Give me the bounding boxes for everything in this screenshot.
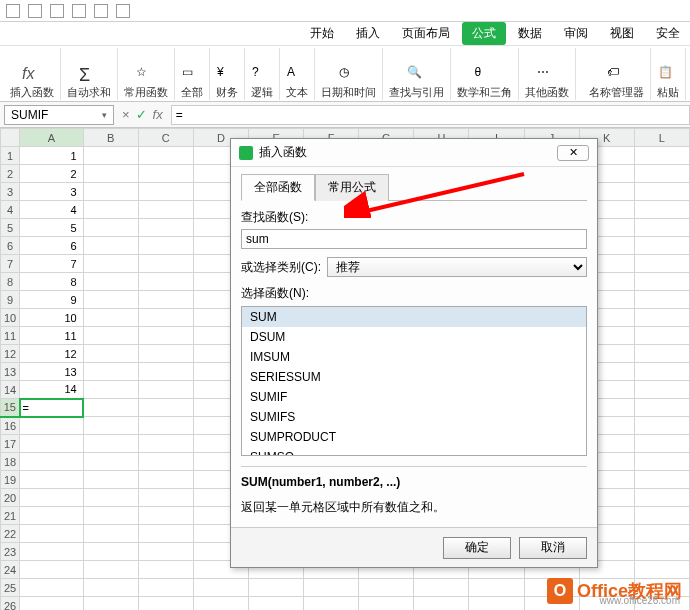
cell[interactable] [634,291,689,309]
ribbon-text[interactable]: A文本 [280,48,315,100]
cell[interactable] [83,561,138,579]
column-header[interactable]: A [20,129,84,147]
cell[interactable] [469,597,524,611]
menu-review[interactable]: 审阅 [554,22,598,45]
cell[interactable] [83,255,138,273]
row-header[interactable]: 22 [1,525,20,543]
ribbon-other[interactable]: ⋯其他函数 [519,48,576,100]
accept-icon[interactable]: ✓ [136,107,147,122]
row-header[interactable]: 25 [1,579,20,597]
qat-icon[interactable] [116,4,130,18]
ribbon-all[interactable]: ▭全部 [175,48,210,100]
cell[interactable] [634,507,689,525]
function-list-item[interactable]: SERIESSUM [242,367,586,387]
menu-insert[interactable]: 插入 [346,22,390,45]
row-header[interactable]: 13 [1,363,20,381]
row-header[interactable]: 10 [1,309,20,327]
cell[interactable] [83,327,138,345]
name-box[interactable]: SUMIF ▾ [4,105,114,125]
ribbon-lookup[interactable]: 🔍查找与引用 [383,48,451,100]
cell[interactable] [138,237,193,255]
cell[interactable] [138,471,193,489]
cell[interactable] [138,219,193,237]
cell[interactable] [83,165,138,183]
cell[interactable]: 11 [20,327,84,345]
row-header[interactable]: 7 [1,255,20,273]
cell[interactable] [634,489,689,507]
cell[interactable] [138,291,193,309]
ribbon-name-manager[interactable]: 🏷名称管理器 [583,48,651,100]
cell[interactable] [20,489,84,507]
cell[interactable] [83,219,138,237]
function-listbox[interactable]: SUMDSUMIMSUMSERIESSUMSUMIFSUMIFSSUMPRODU… [241,306,587,456]
cell[interactable] [634,381,689,399]
qat-icon[interactable] [72,4,86,18]
ribbon-datetime[interactable]: ◷日期和时间 [315,48,383,100]
cell[interactable] [138,381,193,399]
qat-icon[interactable] [50,4,64,18]
qat-icon[interactable] [94,4,108,18]
cell[interactable] [138,363,193,381]
row-header[interactable]: 23 [1,543,20,561]
cell[interactable] [414,597,469,611]
row-header[interactable]: 6 [1,237,20,255]
cell[interactable] [138,345,193,363]
cell[interactable] [138,525,193,543]
tab-all-functions[interactable]: 全部函数 [241,174,315,201]
cell[interactable] [634,309,689,327]
cell[interactable] [138,399,193,417]
cell[interactable]: 5 [20,219,84,237]
cell[interactable] [138,147,193,165]
category-select[interactable]: 推荐 [327,257,587,277]
cell[interactable] [20,597,84,611]
cell[interactable]: 8 [20,273,84,291]
cell[interactable] [359,597,414,611]
cell[interactable] [634,147,689,165]
row-header[interactable]: 15 [1,399,20,417]
menu-data[interactable]: 数据 [508,22,552,45]
cell[interactable] [634,453,689,471]
cell[interactable] [83,273,138,291]
cell[interactable] [138,327,193,345]
row-header[interactable]: 14 [1,381,20,399]
cell[interactable] [20,507,84,525]
select-all-corner[interactable] [1,129,20,147]
qat-icon[interactable] [6,4,20,18]
row-header[interactable]: 17 [1,435,20,453]
cell[interactable]: 4 [20,201,84,219]
cell[interactable] [83,201,138,219]
cell[interactable] [634,417,689,435]
row-header[interactable]: 16 [1,417,20,435]
cell[interactable] [20,453,84,471]
cell[interactable] [138,183,193,201]
cell[interactable] [634,363,689,381]
cell[interactable] [138,561,193,579]
search-input[interactable] [241,229,587,249]
function-list-item[interactable]: IMSUM [242,347,586,367]
cell[interactable]: 13 [20,363,84,381]
cell[interactable] [138,201,193,219]
cell[interactable] [20,471,84,489]
cell[interactable] [138,273,193,291]
ribbon-recent-fn[interactable]: ☆常用函数 [118,48,175,100]
row-header[interactable]: 26 [1,597,20,611]
menu-pagelayout[interactable]: 页面布局 [392,22,460,45]
row-header[interactable]: 12 [1,345,20,363]
cell[interactable] [20,561,84,579]
cell[interactable]: 9 [20,291,84,309]
cancel-button[interactable]: 取消 [519,537,587,559]
cell[interactable] [83,417,138,435]
cell[interactable] [20,579,84,597]
cell[interactable] [634,543,689,561]
ribbon-paste[interactable]: 📋粘贴 [651,48,686,100]
cell[interactable] [83,507,138,525]
cell[interactable] [138,597,193,611]
column-header[interactable]: L [634,129,689,147]
tab-common-formulas[interactable]: 常用公式 [315,174,389,201]
cell[interactable] [83,579,138,597]
cell[interactable] [83,525,138,543]
column-header[interactable]: B [83,129,138,147]
cell[interactable] [634,201,689,219]
menu-formula[interactable]: 公式 [462,22,506,45]
cell[interactable] [83,345,138,363]
